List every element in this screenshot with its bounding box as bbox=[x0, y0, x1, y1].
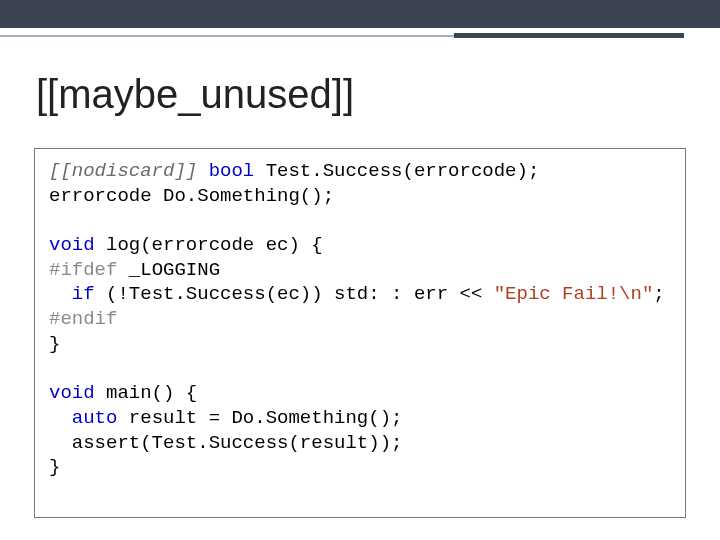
code-text: } bbox=[49, 333, 60, 355]
slide: [[maybe_unused]] [[nodiscard]] bool Test… bbox=[0, 0, 720, 540]
code-kw-if: if bbox=[72, 283, 95, 305]
code-text: log(errorcode ec) { bbox=[95, 234, 323, 256]
accent-line-thin bbox=[0, 35, 454, 37]
code-text: assert(Test.Success(result)); bbox=[49, 432, 402, 454]
code-preproc: #ifdef bbox=[49, 259, 117, 281]
code-kw-bool: bool bbox=[209, 160, 255, 182]
code-text: errorcode Do.Something(); bbox=[49, 185, 334, 207]
accent-line bbox=[0, 34, 684, 37]
code-block: [[nodiscard]] bool Test.Success(errorcod… bbox=[34, 148, 686, 518]
accent-line-thick bbox=[454, 33, 684, 38]
code-text bbox=[49, 283, 72, 305]
code-text: result = Do.Something(); bbox=[117, 407, 402, 429]
code-preproc: #endif bbox=[49, 308, 117, 330]
code-text: } bbox=[49, 456, 60, 478]
code-kw-void: void bbox=[49, 382, 95, 404]
slide-title: [[maybe_unused]] bbox=[36, 72, 354, 117]
code-text: _LOGGING bbox=[117, 259, 220, 281]
code-text: (!Test.Success(ec)) std: : err << bbox=[95, 283, 494, 305]
code-text: main() { bbox=[95, 382, 198, 404]
code-kw-auto: auto bbox=[72, 407, 118, 429]
code-text: Test.Success(errorcode); bbox=[254, 160, 539, 182]
code-kw-void: void bbox=[49, 234, 95, 256]
code-string: "Epic Fail!\n" bbox=[494, 283, 654, 305]
header-bar bbox=[0, 0, 720, 28]
code-text bbox=[49, 407, 72, 429]
code-attr: [[nodiscard]] bbox=[49, 160, 209, 182]
code-text: ; bbox=[653, 283, 664, 305]
